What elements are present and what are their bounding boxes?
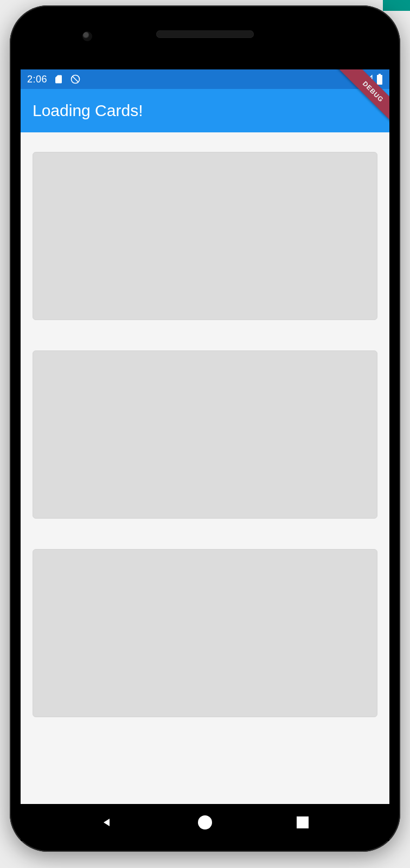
battery-icon bbox=[376, 74, 383, 85]
svg-rect-2 bbox=[377, 75, 382, 85]
loading-card bbox=[33, 549, 377, 717]
loading-card bbox=[33, 152, 377, 320]
svg-line-1 bbox=[73, 76, 78, 82]
phone-speaker bbox=[156, 30, 254, 38]
front-camera bbox=[82, 31, 92, 41]
svg-rect-3 bbox=[379, 74, 381, 75]
loading-card bbox=[33, 350, 377, 519]
phone-screen: 2:06 Loading bbox=[21, 69, 389, 804]
nav-recent-button[interactable] bbox=[292, 812, 313, 833]
phone-frame: 2:06 Loading bbox=[10, 5, 400, 852]
square-icon bbox=[297, 816, 309, 828]
status-left: 2:06 bbox=[27, 74, 81, 85]
status-clock: 2:06 bbox=[27, 74, 47, 85]
app-bar: Loading Cards! DEBUG bbox=[21, 89, 389, 132]
sd-card-icon bbox=[54, 74, 63, 84]
dnd-icon bbox=[70, 74, 81, 85]
nav-back-button[interactable] bbox=[97, 812, 118, 833]
status-bar: 2:06 bbox=[21, 69, 389, 89]
nav-home-button[interactable] bbox=[194, 812, 216, 833]
scroll-content[interactable] bbox=[21, 132, 389, 804]
circle-icon bbox=[198, 815, 212, 829]
app-title: Loading Cards! bbox=[33, 101, 143, 120]
android-nav-bar bbox=[21, 804, 389, 841]
